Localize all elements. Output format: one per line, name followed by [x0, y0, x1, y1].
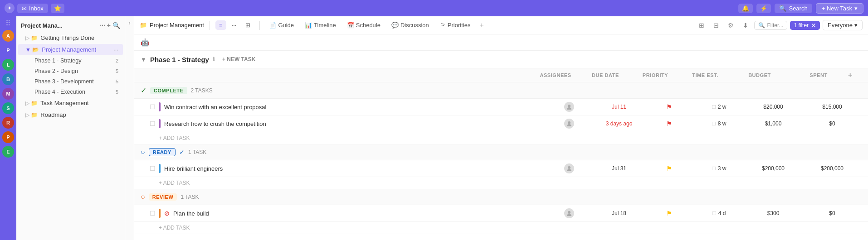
add-task-ready-button[interactable]: + ADD TASK: [134, 177, 868, 189]
search-button[interactable]: 🔍 Search: [775, 4, 812, 13]
task-checkbox[interactable]: ☐: [150, 103, 159, 110]
robot-icon: 🤖: [141, 38, 150, 46]
th-priority: PRIORITY: [630, 72, 680, 78]
avatar-a[interactable]: A: [2, 30, 14, 42]
filter-input[interactable]: 🔍 Filter...: [754, 21, 787, 30]
everyone-button[interactable]: Everyone ▾: [823, 20, 863, 30]
tab-priorities[interactable]: 🏳 Priorities: [436, 20, 474, 30]
add-task-review-button[interactable]: + ADD TASK: [134, 222, 868, 234]
sidebar-collapse-button[interactable]: ‹: [125, 16, 134, 240]
search-nav-icon[interactable]: 🔍: [112, 22, 120, 29]
complete-badge[interactable]: COMPLETE: [150, 87, 187, 94]
settings-icon-button[interactable]: ⚙: [725, 20, 737, 30]
priority-cell[interactable]: ⚑: [644, 210, 694, 217]
sidebar-item-project-management[interactable]: ▼ 📂 Project Management ···: [18, 44, 123, 55]
time-est-cell[interactable]: ☐ 4 d: [694, 210, 744, 216]
spent-cell[interactable]: $0: [803, 120, 862, 127]
time-est-cell[interactable]: ☐ 8 w: [694, 120, 744, 127]
collapse-icon-button[interactable]: ⊟: [710, 20, 722, 30]
sidebar-item-phase4[interactable]: Phase 4 - Execution 5: [18, 87, 123, 97]
budget-cell[interactable]: $1,000: [744, 120, 803, 127]
spent-cell[interactable]: $15,000: [803, 104, 862, 110]
due-date-cell[interactable]: 3 days ago: [594, 120, 644, 127]
avatar-e[interactable]: E: [2, 146, 14, 158]
more-icon[interactable]: ···: [100, 22, 105, 29]
task-name[interactable]: ⊘ Plan the build: [164, 210, 544, 217]
export-icon-button[interactable]: ⬇: [740, 20, 751, 30]
tab-discussion[interactable]: 💬 Discussion: [388, 20, 433, 30]
task-checkbox[interactable]: ☐: [150, 165, 159, 172]
star-button[interactable]: ⭐: [51, 4, 64, 13]
new-task-button[interactable]: + New Task ▾: [816, 3, 863, 14]
due-date-cell[interactable]: Jul 31: [594, 165, 644, 172]
phase-collapse-icon[interactable]: ▼: [141, 56, 146, 63]
sidebar-item-phase3[interactable]: Phase 3 - Development 5: [18, 77, 123, 86]
sidebar-item-phase2[interactable]: Phase 2 - Design 5: [18, 66, 123, 76]
review-status-icon[interactable]: ○: [141, 193, 145, 201]
sidebar-item-roadmap[interactable]: ▷ 📁 Roadmap: [18, 109, 123, 120]
avatar-l[interactable]: L: [2, 59, 14, 71]
task-checkbox[interactable]: ☐: [150, 120, 159, 127]
add-icon[interactable]: +: [107, 22, 111, 29]
svg-point-1: [568, 121, 571, 124]
notification-bell-button[interactable]: 🔔: [738, 4, 753, 13]
tab-schedule[interactable]: 📅 Schedule: [343, 20, 384, 30]
tab-guide[interactable]: 📄 Guide: [265, 20, 297, 30]
task-checkbox[interactable]: ☐: [150, 210, 159, 217]
add-task-complete-button[interactable]: + ADD TASK: [134, 132, 868, 144]
budget-cell[interactable]: $300: [744, 210, 803, 216]
app-logo[interactable]: ✦: [5, 3, 15, 13]
phase-info-icon[interactable]: ℹ: [213, 56, 215, 62]
folder-icon: ▷ 📁: [25, 35, 38, 41]
lightning-button[interactable]: ⚡: [756, 4, 771, 13]
task-name[interactable]: Win contract with an excellent proposal: [164, 104, 544, 110]
budget-cell[interactable]: $20,000: [744, 104, 803, 110]
review-badge[interactable]: REVIEW: [149, 193, 177, 201]
columns-icon-button[interactable]: ⊞: [696, 20, 707, 30]
sidebar-item-phase1[interactable]: Phase 1 - Strategy 2: [18, 56, 123, 66]
more-views-button[interactable]: ···: [228, 20, 240, 30]
task-name[interactable]: Research how to crush the competition: [164, 120, 544, 127]
nav-label: Task Management: [40, 100, 88, 106]
time-est-cell[interactable]: ☐ 3 w: [694, 165, 744, 172]
time-est-cell[interactable]: ☐ 2 w: [694, 104, 744, 110]
budget-cell[interactable]: $200,000: [744, 165, 803, 172]
avatar-r[interactable]: R: [2, 117, 14, 129]
assignee-cell[interactable]: [544, 208, 594, 218]
due-date-cell[interactable]: Jul 11: [594, 104, 644, 110]
assignee-cell[interactable]: [544, 163, 594, 173]
filter-badge[interactable]: 1 filter ✕: [790, 21, 820, 30]
complete-status-icon[interactable]: ✓: [141, 86, 146, 95]
spent-cell[interactable]: $200,000: [803, 165, 862, 172]
toolbar-divider: [210, 21, 210, 30]
new-task-in-phase-button[interactable]: + NEW TASK: [219, 55, 259, 63]
grid-icon[interactable]: ⠿: [5, 20, 11, 27]
assignee-cell[interactable]: [544, 102, 594, 112]
avatar-p1[interactable]: P: [2, 44, 14, 56]
tab-timeline[interactable]: 📊 Timeline: [301, 20, 340, 30]
due-date-cell[interactable]: Jul 18: [594, 210, 644, 216]
list-view-button[interactable]: ≡: [215, 20, 226, 30]
ready-status-icon[interactable]: ○: [141, 148, 145, 156]
task-name[interactable]: Hire brilliant engineers: [164, 165, 544, 172]
spent-cell[interactable]: $0: [803, 210, 862, 216]
avatar-b[interactable]: B: [2, 73, 14, 85]
priority-cell[interactable]: ⚑: [644, 103, 694, 110]
more-options-icon[interactable]: ···: [113, 46, 118, 53]
th-add[interactable]: +: [848, 71, 862, 79]
avatar-m[interactable]: M: [2, 88, 14, 100]
priority-cell[interactable]: ⚑: [644, 165, 694, 172]
add-view-button[interactable]: +: [478, 21, 485, 29]
grid-view-button[interactable]: ⊞: [242, 20, 254, 30]
assignee-cell[interactable]: [544, 119, 594, 129]
ready-badge[interactable]: READY: [149, 148, 176, 156]
sidebar-item-getting-things-done[interactable]: ▷ 📁 Getting Things Done: [18, 32, 123, 43]
sidebar-item-task-management[interactable]: ▷ 📁 Task Management: [18, 97, 123, 109]
avatar-s[interactable]: S: [2, 102, 14, 114]
filter-close-icon[interactable]: ✕: [811, 22, 816, 29]
avatar-p2[interactable]: P: [2, 131, 14, 143]
inbox-button[interactable]: ✉ Inbox: [17, 4, 48, 13]
tab-guide-label: Guide: [278, 22, 294, 29]
toolbar-divider2: [259, 21, 260, 30]
priority-cell[interactable]: ⚑: [644, 120, 694, 127]
